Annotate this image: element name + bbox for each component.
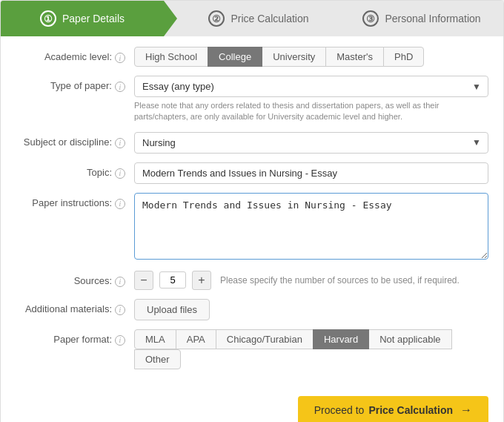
paper-instructions-control: Modern Trends and Issues in Nursing - Es… [134,193,488,262]
subject-discipline-select[interactable]: Nursing Biology History [134,132,488,154]
format-other-button[interactable]: Other [134,349,181,369]
step-2-price-calculation[interactable]: ② Price Calculation [177,1,340,36]
academic-level-phd[interactable]: PhD [383,47,424,67]
topic-row: Topic: i [16,162,488,184]
sources-label: Sources: i [16,271,134,287]
proceed-label-bold: Price Calculation [368,404,453,416]
sources-increment-button[interactable]: + [192,271,211,290]
academic-level-row: Academic level: i High School College Un… [16,47,488,67]
sources-info-icon[interactable]: i [115,277,125,287]
academic-level-university[interactable]: University [262,47,326,67]
sources-row: Sources: i − + Please specify the number… [16,271,488,290]
academic-level-high-school[interactable]: High School [134,47,208,67]
academic-level-control: High School College University Master's … [134,47,488,67]
paper-format-label: Paper format: i [16,329,134,346]
academic-level-btn-group: High School College University Master's … [134,47,488,67]
topic-info-icon[interactable]: i [115,168,125,179]
proceed-arrow-icon: → [460,403,472,417]
sources-hint: Please specify the number of sources to … [220,275,460,286]
type-of-paper-label: Type of paper: i [16,76,134,92]
upload-files-button[interactable]: Upload files [134,299,210,320]
type-of-paper-select[interactable]: Essay (any type) Research Paper Term Pap… [134,76,488,97]
step-1-label: Paper Details [62,13,125,24]
step-2-label: Price Calculation [231,13,308,24]
topic-input[interactable] [134,162,488,184]
paper-instructions-textarea[interactable]: Modern Trends and Issues in Nursing - Es… [134,193,488,260]
form-body: Academic level: i High School College Un… [1,36,503,389]
main-container: ① Paper Details ② Price Calculation ③ Pe… [0,0,504,422]
step-1-number: ① [40,10,56,27]
proceed-button[interactable]: Proceed to Price Calculation → [298,396,488,422]
academic-level-college[interactable]: College [208,47,262,67]
topic-label: Topic: i [16,162,134,179]
sources-decrement-button[interactable]: − [134,271,153,290]
step-3-personal-info[interactable]: ③ Personal Information [340,1,503,36]
type-of-paper-info-icon[interactable]: i [115,82,125,92]
type-of-paper-select-wrapper: Essay (any type) Research Paper Term Pap… [134,76,488,97]
paper-format-btn-group: MLA APA Chicago/Turabian Harvard Not app… [134,329,488,369]
additional-materials-info-icon[interactable]: i [115,305,125,315]
step-3-label: Personal Information [385,13,480,24]
paper-instructions-row: Paper instructions: i Modern Trends and … [16,193,488,262]
subject-discipline-select-wrapper: Nursing Biology History ▼ [134,132,488,154]
format-chicago-button[interactable]: Chicago/Turabian [216,329,314,349]
additional-materials-row: Additional materials: i Upload files [16,299,488,320]
paper-format-info-icon[interactable]: i [115,335,125,346]
paper-format-row: Paper format: i MLA APA Chicago/Turabian… [16,329,488,369]
format-not-applicable-button[interactable]: Not applicable [368,329,451,349]
step-3-number: ③ [362,10,379,27]
sources-control: − + Please specify the number of sources… [134,271,488,290]
sources-stepper: − + Please specify the number of sources… [134,271,488,290]
step-2-number: ② [208,10,225,27]
academic-level-info-icon[interactable]: i [115,53,125,63]
additional-materials-control: Upload files [134,299,488,320]
subject-discipline-info-icon[interactable]: i [115,138,125,148]
subject-discipline-control: Nursing Biology History ▼ [134,132,488,154]
topic-control [134,162,488,184]
format-harvard-button[interactable]: Harvard [313,329,369,349]
academic-level-masters[interactable]: Master's [325,47,384,67]
subject-discipline-row: Subject or discipline: i Nursing Biology… [16,132,488,154]
paper-instructions-label: Paper instructions: i [16,193,134,209]
format-mla-button[interactable]: MLA [134,329,176,349]
paper-instructions-info-icon[interactable]: i [115,199,125,209]
format-apa-button[interactable]: APA [176,329,216,349]
steps-header: ① Paper Details ② Price Calculation ③ Pe… [1,1,503,36]
step-1-paper-details[interactable]: ① Paper Details [1,1,177,36]
type-of-paper-control: Essay (any type) Research Paper Term Pap… [134,76,488,123]
additional-materials-label: Additional materials: i [16,299,134,315]
subject-discipline-label: Subject or discipline: i [16,132,134,148]
type-of-paper-row: Type of paper: i Essay (any type) Resear… [16,76,488,123]
academic-level-label: Academic level: i [16,47,134,63]
type-of-paper-hint: Please note that any orders related to t… [134,100,488,123]
paper-format-control: MLA APA Chicago/Turabian Harvard Not app… [134,329,488,369]
proceed-row: Proceed to Price Calculation → [1,389,503,422]
sources-value-input[interactable] [159,271,186,289]
